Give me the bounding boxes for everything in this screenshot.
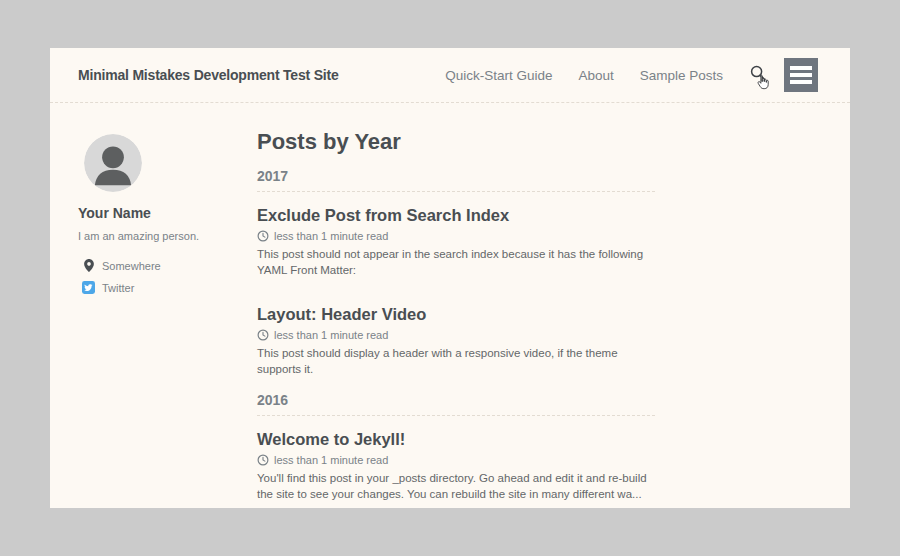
clock-icon	[257, 230, 269, 242]
person-avatar-icon	[78, 134, 257, 192]
post-read-time: less than 1 minute read	[257, 230, 655, 242]
post-item: Layout: Header Video less than 1 minute …	[257, 304, 655, 377]
author-bio: I am an amazing person.	[78, 230, 257, 242]
year-heading-2017: 2017	[257, 168, 655, 192]
hamburger-menu-button[interactable]	[784, 58, 818, 92]
post-excerpt: This post should not appear in the searc…	[257, 246, 655, 278]
post-read-time: less than 1 minute read	[257, 454, 655, 466]
search-button[interactable]	[750, 63, 770, 87]
author-links: Somewhere Twitter	[78, 259, 257, 294]
author-sidebar: Your Name I am an amazing person. Somewh…	[78, 103, 257, 508]
author-name: Your Name	[78, 205, 257, 221]
nav-link-quick-start-guide[interactable]: Quick-Start Guide	[445, 68, 552, 83]
nav-link-sample-posts[interactable]: Sample Posts	[640, 68, 723, 83]
page-content: Your Name I am an amazing person. Somewh…	[50, 103, 850, 508]
clock-icon	[257, 329, 269, 341]
post-read-time: less than 1 minute read	[257, 329, 655, 341]
read-time-label: less than 1 minute read	[274, 329, 388, 341]
read-time-label: less than 1 minute read	[274, 454, 388, 466]
author-link-label: Twitter	[102, 282, 134, 294]
location-pin-icon	[82, 259, 95, 272]
primary-nav: Quick-Start GuideAboutSample Posts	[445, 68, 723, 83]
post-item: Welcome to Jekyll! less than 1 minute re…	[257, 429, 655, 502]
post-title-link[interactable]: Layout: Header Video	[257, 304, 426, 324]
nav-link-about[interactable]: About	[578, 68, 613, 83]
clock-icon	[257, 454, 269, 466]
post-item: Exclude Post from Search Index less than…	[257, 205, 655, 278]
post-excerpt: You'll find this post in your _posts dir…	[257, 470, 655, 502]
read-time-label: less than 1 minute read	[274, 230, 388, 242]
post-excerpt: This post should display a header with a…	[257, 345, 655, 377]
site-page: Minimal Mistakes Development Test Site Q…	[50, 48, 850, 508]
author-link-twitter[interactable]: Twitter	[82, 281, 257, 294]
archive-main: Posts by Year 2017Exclude Post from Sear…	[257, 103, 655, 508]
post-title-link[interactable]: Exclude Post from Search Index	[257, 205, 509, 225]
post-title-link[interactable]: Welcome to Jekyll!	[257, 429, 405, 449]
author-link-label: Somewhere	[102, 260, 161, 272]
hamburger-icon	[790, 66, 812, 70]
page-title: Posts by Year	[257, 130, 655, 153]
year-heading-2016: 2016	[257, 392, 655, 416]
site-title-link[interactable]: Minimal Mistakes Development Test Site	[78, 67, 339, 83]
masthead-right: Quick-Start GuideAboutSample Posts	[445, 58, 818, 92]
archive: 2017Exclude Post from Search Index less …	[257, 168, 655, 508]
twitter-icon	[82, 281, 95, 294]
masthead: Minimal Mistakes Development Test Site Q…	[50, 48, 850, 103]
author-link-somewhere[interactable]: Somewhere	[82, 259, 257, 272]
